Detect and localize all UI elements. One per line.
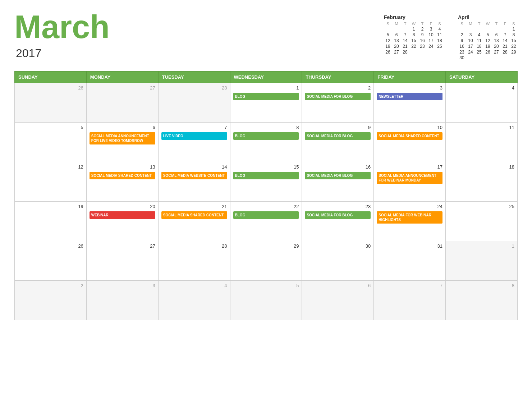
day-number: 19 bbox=[18, 204, 83, 209]
day-number: 28 bbox=[161, 243, 227, 249]
day-cell-6: 4 bbox=[446, 83, 518, 123]
day-number: 12 bbox=[18, 164, 83, 170]
day-number: 3 bbox=[90, 283, 155, 288]
col-header-monday: MONDAY bbox=[86, 72, 158, 83]
day-number: 8 bbox=[233, 125, 299, 130]
day-cell-26: 24SOCIAL MEDIA FOR WEBINAR HIGHLIGHTS bbox=[374, 202, 446, 241]
day-cell-13: 11 bbox=[446, 123, 518, 162]
event-social-media-shared-content[interactable]: SOCIAL MEDIA SHARED CONTENT bbox=[161, 211, 227, 219]
day-number: 21 bbox=[161, 204, 227, 209]
day-cell-37: 4 bbox=[158, 281, 230, 320]
day-number: 13 bbox=[90, 164, 155, 170]
day-number: 28 bbox=[161, 85, 227, 91]
day-number: 3 bbox=[377, 85, 442, 91]
event-social-media-for-blog[interactable]: SOCIAL MEDIA FOR BLOG bbox=[305, 172, 371, 179]
day-cell-15: 13SOCIAL MEDIA SHARED CONTENT bbox=[86, 162, 158, 202]
event-social-media-for-blog[interactable]: SOCIAL MEDIA FOR BLOG bbox=[305, 132, 371, 140]
col-header-sunday: SUNDAY bbox=[15, 72, 87, 83]
day-cell-17: 15BLOG bbox=[230, 162, 302, 202]
event-social-media-for-webinar-highl[interactable]: SOCIAL MEDIA FOR WEBINAR HIGHLIGHTS bbox=[377, 211, 442, 224]
event-blog[interactable]: BLOG bbox=[233, 211, 299, 219]
day-number: 5 bbox=[18, 125, 83, 130]
week-row-0: 2627281BLOG2SOCIAL MEDIA FOR BLOG3NEWSLE… bbox=[15, 83, 518, 123]
event-blog[interactable]: BLOG bbox=[233, 172, 299, 179]
week-row-5: 2345678 bbox=[15, 281, 518, 320]
event-live-video[interactable]: LIVE VIDEO bbox=[161, 132, 227, 140]
day-cell-40: 7 bbox=[374, 281, 446, 320]
event-social-media-announcement-for-[interactable]: SOCIAL MEDIA ANNOUNCEMENT FOR WEBINAR MO… bbox=[377, 172, 442, 184]
day-number: 17 bbox=[377, 164, 442, 170]
day-cell-0: 26 bbox=[15, 83, 87, 123]
month-year-block: March 2017 bbox=[14, 11, 110, 60]
day-cell-11: 9SOCIAL MEDIA FOR BLOG bbox=[302, 123, 374, 162]
day-number: 27 bbox=[90, 85, 155, 91]
day-number: 2 bbox=[18, 283, 83, 288]
day-number: 14 bbox=[161, 164, 227, 170]
day-cell-30: 28 bbox=[158, 241, 230, 281]
event-social-media-shared-content[interactable]: SOCIAL MEDIA SHARED CONTENT bbox=[90, 172, 155, 179]
day-cell-9: 7LIVE VIDEO bbox=[158, 123, 230, 162]
mini-cal-april: AprilSMTWTFS 123456789101112131415161718… bbox=[458, 14, 518, 60]
year-label: 2017 bbox=[16, 47, 110, 60]
day-cell-5: 3NEWSLETTER bbox=[374, 83, 446, 123]
day-number: 10 bbox=[377, 125, 442, 130]
day-number: 22 bbox=[233, 204, 299, 209]
col-header-tuesday: TUESDAY bbox=[158, 72, 230, 83]
day-cell-14: 12 bbox=[15, 162, 87, 202]
day-number: 26 bbox=[18, 243, 83, 249]
col-header-wednesday: WEDNESDAY bbox=[230, 72, 302, 83]
day-number: 24 bbox=[377, 204, 442, 209]
day-cell-29: 27 bbox=[86, 241, 158, 281]
day-number: 30 bbox=[305, 243, 371, 249]
header-area: March 2017 FebruarySMTWTFS 1234567891011… bbox=[14, 11, 518, 60]
event-social-media-for-blog[interactable]: SOCIAL MEDIA FOR BLOG bbox=[305, 93, 371, 100]
event-social-media-website-content[interactable]: SOCIAL MEDIA WEBSITE CONTENT bbox=[161, 172, 227, 179]
week-row-4: 2627282930311 bbox=[15, 241, 518, 281]
day-cell-41: 8 bbox=[446, 281, 518, 320]
day-cell-8: 6SOCIAL MEDIA ANNOUNCEMENT FOR LIVE VIDE… bbox=[86, 123, 158, 162]
day-cell-36: 3 bbox=[86, 281, 158, 320]
day-cell-20: 18 bbox=[446, 162, 518, 202]
day-number: 26 bbox=[18, 85, 83, 91]
day-cell-23: 21SOCIAL MEDIA SHARED CONTENT bbox=[158, 202, 230, 241]
day-number: 20 bbox=[90, 204, 155, 209]
day-cell-4: 2SOCIAL MEDIA FOR BLOG bbox=[302, 83, 374, 123]
event-blog[interactable]: BLOG bbox=[233, 93, 299, 100]
day-cell-27: 25 bbox=[446, 202, 518, 241]
day-cell-31: 29 bbox=[230, 241, 302, 281]
day-number: 7 bbox=[377, 283, 442, 288]
day-number: 6 bbox=[90, 125, 155, 130]
day-cell-10: 8BLOG bbox=[230, 123, 302, 162]
day-number: 16 bbox=[305, 164, 371, 170]
day-number: 6 bbox=[305, 283, 371, 288]
day-cell-2: 28 bbox=[158, 83, 230, 123]
event-social-media-for-blog[interactable]: SOCIAL MEDIA FOR BLOG bbox=[305, 211, 371, 219]
mini-calendars: FebruarySMTWTFS 123456789101112131415161… bbox=[384, 14, 518, 60]
month-title: March bbox=[14, 11, 110, 43]
day-cell-7: 5 bbox=[15, 123, 87, 162]
day-cell-32: 30 bbox=[302, 241, 374, 281]
day-cell-19: 17SOCIAL MEDIA ANNOUNCEMENT FOR WEBINAR … bbox=[374, 162, 446, 202]
day-number: 5 bbox=[233, 283, 299, 288]
event-social-media-announcement-for-[interactable]: SOCIAL MEDIA ANNOUNCEMENT FOR LIVE VIDEO… bbox=[90, 132, 155, 144]
event-social-media-shared-content[interactable]: SOCIAL MEDIA SHARED CONTENT bbox=[377, 132, 442, 140]
day-number: 1 bbox=[233, 85, 299, 91]
week-row-2: 1213SOCIAL MEDIA SHARED CONTENT14SOCIAL … bbox=[15, 162, 518, 202]
day-number: 11 bbox=[449, 125, 514, 130]
mini-cal-february: FebruarySMTWTFS 123456789101112131415161… bbox=[384, 14, 444, 60]
day-cell-16: 14SOCIAL MEDIA WEBSITE CONTENT bbox=[158, 162, 230, 202]
day-number: 1 bbox=[449, 243, 514, 249]
col-header-friday: FRIDAY bbox=[374, 72, 446, 83]
event-blog[interactable]: BLOG bbox=[233, 132, 299, 140]
day-number: 29 bbox=[233, 243, 299, 249]
day-number: 2 bbox=[305, 85, 371, 91]
day-cell-39: 6 bbox=[302, 281, 374, 320]
day-cell-25: 23SOCIAL MEDIA FOR BLOG bbox=[302, 202, 374, 241]
day-cell-38: 5 bbox=[230, 281, 302, 320]
day-cell-34: 1 bbox=[446, 241, 518, 281]
event-newsletter[interactable]: NEWSLETTER bbox=[377, 93, 442, 100]
day-number: 27 bbox=[90, 243, 155, 249]
day-number: 31 bbox=[377, 243, 442, 249]
event-webinar[interactable]: WEBINAR bbox=[90, 211, 155, 219]
day-cell-24: 22BLOG bbox=[230, 202, 302, 241]
